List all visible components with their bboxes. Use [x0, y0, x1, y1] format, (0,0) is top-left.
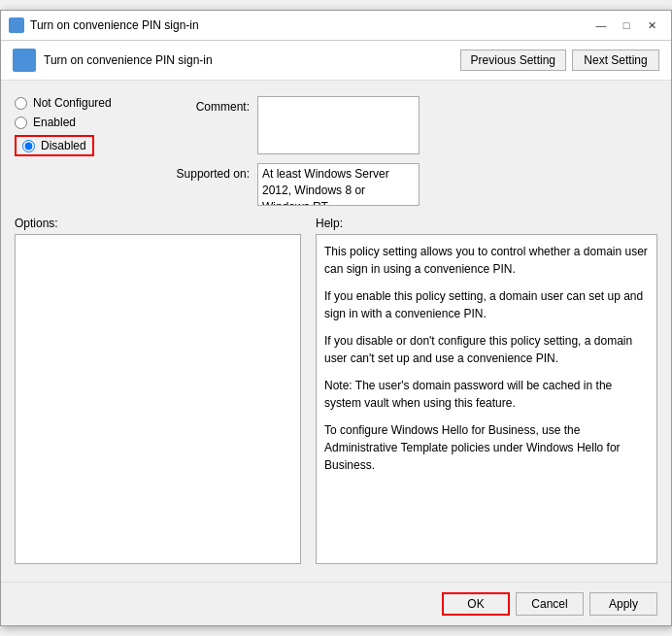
maximize-button[interactable]: □	[615, 17, 638, 34]
help-paragraph: If you enable this policy setting, a dom…	[324, 287, 649, 322]
next-setting-button[interactable]: Next Setting	[572, 50, 659, 71]
not-configured-label: Not Configured	[33, 96, 112, 110]
header-bar: Turn on convenience PIN sign-in Previous…	[1, 41, 671, 81]
header-buttons: Previous Setting Next Setting	[460, 50, 659, 71]
main-area: Options: Help: This policy setting allow…	[15, 217, 657, 564]
disabled-box: Disabled	[15, 135, 94, 156]
enabled-label: Enabled	[33, 116, 76, 129]
help-paragraph: If you disable or don't configure this p…	[324, 332, 649, 367]
disabled-radio[interactable]: Disabled	[15, 135, 141, 156]
comment-row: Comment:	[141, 96, 657, 157]
ok-button[interactable]: OK	[442, 592, 510, 616]
policy-icon	[13, 49, 36, 72]
minimize-button[interactable]: —	[589, 17, 613, 34]
content-area: Not Configured Enabled Disabled Comme	[1, 81, 671, 574]
main-window: Turn on convenience PIN sign-in — □ ✕ Tu…	[0, 10, 672, 626]
help-box: This policy setting allows you to contro…	[316, 234, 657, 564]
comment-label: Comment:	[141, 96, 257, 157]
window-icon	[9, 17, 24, 33]
footer: OK Cancel Apply	[1, 582, 671, 625]
not-configured-radio[interactable]: Not Configured	[15, 96, 141, 110]
help-paragraph: To configure Windows Hello for Business,…	[324, 421, 649, 474]
header-left: Turn on convenience PIN sign-in	[13, 49, 213, 72]
window-title: Turn on convenience PIN sign-in	[30, 18, 199, 32]
enabled-input[interactable]	[15, 117, 27, 129]
enabled-radio[interactable]: Enabled	[15, 116, 141, 129]
title-bar-controls: — □ ✕	[589, 17, 663, 34]
close-button[interactable]: ✕	[640, 17, 663, 34]
help-label: Help:	[316, 217, 657, 230]
help-section: Help: This policy setting allows you to …	[316, 217, 657, 564]
apply-button[interactable]: Apply	[589, 592, 657, 616]
supported-textarea: At least Windows Server 2012, Windows 8 …	[257, 163, 420, 206]
options-label: Options:	[15, 217, 306, 230]
header-title: Turn on convenience PIN sign-in	[44, 53, 213, 67]
comment-textarea[interactable]	[257, 96, 420, 154]
comment-field-wrap	[257, 96, 657, 157]
supported-field-wrap: At least Windows Server 2012, Windows 8 …	[257, 163, 657, 209]
help-paragraph: Note: The user's domain password will be…	[324, 377, 649, 412]
disabled-label: Disabled	[41, 139, 86, 152]
title-bar-left: Turn on convenience PIN sign-in	[9, 17, 199, 33]
cancel-button[interactable]: Cancel	[516, 592, 584, 616]
disabled-input[interactable]	[22, 140, 35, 152]
options-section: Options:	[15, 217, 306, 564]
previous-setting-button[interactable]: Previous Setting	[460, 50, 566, 71]
options-box	[15, 234, 301, 564]
radio-section: Not Configured Enabled Disabled	[15, 90, 141, 205]
help-paragraph: This policy setting allows you to contro…	[324, 243, 649, 278]
supported-label: Supported on:	[141, 163, 257, 209]
not-configured-input[interactable]	[15, 97, 27, 110]
title-bar: Turn on convenience PIN sign-in — □ ✕	[1, 11, 671, 41]
right-fields: Comment: Supported on: At least Windows …	[141, 90, 657, 209]
supported-row: Supported on: At least Windows Server 20…	[141, 163, 657, 209]
